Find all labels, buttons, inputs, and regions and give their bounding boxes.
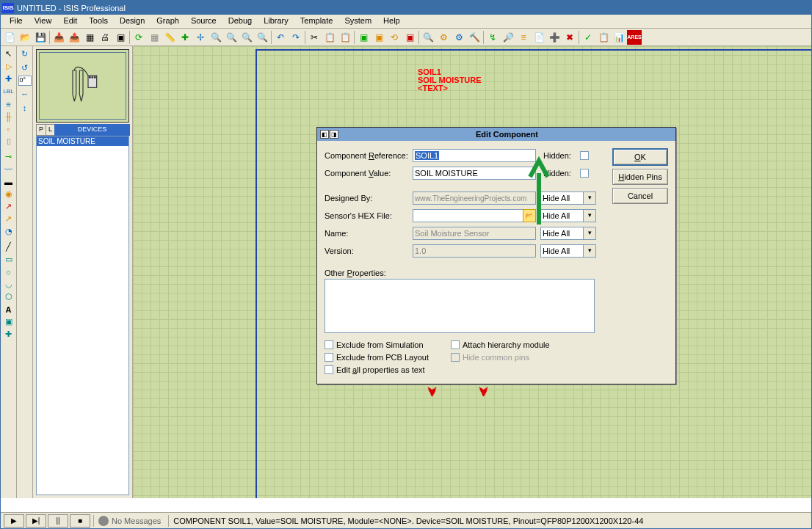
menu-view[interactable]: View: [29, 15, 58, 28]
mark-icon[interactable]: ▣: [113, 30, 128, 45]
symbol-mode-icon[interactable]: ▣: [1, 315, 16, 328]
menu-library[interactable]: Library: [258, 15, 294, 28]
step-button[interactable]: ▶|: [26, 514, 46, 528]
messages-status[interactable]: No Messages: [93, 515, 165, 527]
bus-mode-icon[interactable]: ╫: [1, 110, 16, 123]
circle-mode-icon[interactable]: ○: [1, 266, 16, 278]
origin-icon[interactable]: ✚: [178, 30, 192, 45]
menu-help[interactable]: Help: [377, 15, 406, 28]
cut-icon[interactable]: ✂: [307, 30, 322, 45]
stop-button[interactable]: ■: [70, 514, 90, 528]
probe-i-mode-icon[interactable]: ↗: [1, 213, 16, 225]
hex-file-field[interactable]: [413, 209, 536, 222]
comp-val-field[interactable]: SOIL MOISTURE: [413, 167, 536, 180]
menu-design[interactable]: Design: [114, 15, 151, 28]
component-mode-icon[interactable]: ▷: [1, 60, 16, 73]
refresh-icon[interactable]: ⟳: [131, 30, 146, 45]
exclude-pcb-checkbox[interactable]: [325, 353, 333, 362]
menu-debug[interactable]: Debug: [222, 15, 258, 28]
marker-mode-icon[interactable]: ✚: [1, 328, 16, 340]
block-move-icon[interactable]: ▣: [371, 30, 386, 45]
menu-graph[interactable]: Graph: [151, 15, 185, 28]
zoom-all-icon[interactable]: 🔍: [239, 30, 254, 45]
export-icon[interactable]: 📤: [67, 30, 81, 45]
selection-mode-icon[interactable]: ↖: [1, 48, 16, 60]
print-icon[interactable]: 🖨: [98, 30, 112, 45]
name-visibility[interactable]: Hide All: [540, 227, 596, 240]
junction-mode-icon[interactable]: ✚: [1, 73, 16, 85]
redo-icon[interactable]: ↷: [289, 30, 303, 45]
device-list-item[interactable]: SOIL MOISTURE: [37, 136, 128, 146]
label-mode-icon[interactable]: LBL: [1, 85, 16, 98]
other-props-textarea[interactable]: [325, 279, 595, 333]
make-device-icon[interactable]: ⚙: [436, 30, 451, 45]
rotation-angle[interactable]: 0°: [18, 76, 32, 86]
dialog-dock-right-icon[interactable]: ◨: [330, 130, 338, 139]
new-sheet-icon[interactable]: 📄: [532, 30, 546, 45]
script-mode-icon[interactable]: ≡: [1, 98, 16, 110]
path-mode-icon[interactable]: ⬡: [1, 291, 16, 303]
rotate-cw-icon[interactable]: ↻: [18, 48, 32, 60]
rotate-ccw-icon[interactable]: ↺: [18, 62, 32, 74]
import-icon[interactable]: 📥: [51, 30, 66, 45]
bom-icon[interactable]: 📊: [612, 30, 626, 45]
flip-h-icon[interactable]: ↔: [18, 87, 32, 100]
comp-ref-field[interactable]: SOIL1: [413, 149, 536, 162]
ares-icon[interactable]: ARES: [627, 30, 642, 45]
menu-system[interactable]: System: [338, 15, 377, 28]
line-mode-icon[interactable]: ╱: [1, 241, 16, 253]
open-icon[interactable]: 📂: [18, 30, 32, 45]
ruler-icon[interactable]: 📏: [162, 30, 177, 45]
dialog-titlebar[interactable]: ◧ ◨ Edit Component: [317, 128, 675, 141]
hidden-ref-checkbox[interactable]: [580, 151, 589, 160]
block-rotate-icon[interactable]: ⟲: [387, 30, 402, 45]
pause-button[interactable]: ||: [48, 514, 68, 528]
attach-hier-checkbox[interactable]: [451, 340, 460, 349]
zoom-out-icon[interactable]: 🔍: [224, 30, 239, 45]
component-label[interactable]: SOIL1 SOIL MOISTURE <TEXT>: [418, 68, 482, 92]
exclude-sim-checkbox[interactable]: [325, 340, 333, 349]
save-icon[interactable]: 💾: [33, 30, 48, 45]
block-delete-icon[interactable]: ▣: [402, 30, 417, 45]
hidden-val-checkbox[interactable]: [580, 169, 589, 178]
decompose-icon[interactable]: 🔨: [467, 30, 482, 45]
print-area-icon[interactable]: ▦: [82, 30, 97, 45]
menu-file[interactable]: File: [4, 15, 29, 28]
zoom-in-icon[interactable]: 🔍: [209, 30, 223, 45]
instrument-mode-icon[interactable]: ◔: [1, 225, 16, 238]
property-icon[interactable]: ≡: [516, 30, 531, 45]
flip-v-icon[interactable]: ↕: [18, 101, 32, 114]
tab-p[interactable]: P: [36, 124, 46, 136]
new-icon[interactable]: 📄: [2, 30, 17, 45]
arc-mode-icon[interactable]: ◡: [1, 278, 16, 291]
wire-auto-icon[interactable]: ↯: [485, 30, 500, 45]
dialog-dock-left-icon[interactable]: ◧: [320, 130, 329, 139]
pick-icon[interactable]: 🔍: [421, 30, 435, 45]
ok-button[interactable]: OK: [612, 148, 668, 166]
graph-mode-icon[interactable]: 〰: [1, 163, 16, 175]
menu-edit[interactable]: Edit: [57, 15, 83, 28]
menu-template[interactable]: Template: [294, 15, 339, 28]
zoom-area-icon[interactable]: 🔍: [255, 30, 269, 45]
play-button[interactable]: ▶: [4, 514, 24, 528]
cancel-button[interactable]: Cancel: [612, 188, 668, 204]
version-visibility[interactable]: Hide All: [540, 244, 596, 258]
box-mode-icon[interactable]: ▭: [1, 253, 16, 266]
pin-mode-icon[interactable]: ⊸: [1, 150, 16, 163]
pan-icon[interactable]: ✢: [193, 30, 208, 45]
subcircuit-mode-icon[interactable]: ▫: [1, 123, 16, 135]
probe-v-mode-icon[interactable]: ↗: [1, 200, 16, 213]
tab-devices[interactable]: DEVICES: [54, 124, 130, 136]
voltage-probe-icon[interactable]: ⮟: [479, 386, 489, 398]
grid-icon[interactable]: ▦: [147, 30, 162, 45]
menu-source[interactable]: Source: [185, 15, 222, 28]
search-icon[interactable]: 🔎: [501, 30, 515, 45]
text-mode-icon[interactable]: A: [1, 303, 16, 315]
edit-all-checkbox[interactable]: [325, 365, 333, 374]
package-icon[interactable]: ⚙: [452, 30, 466, 45]
device-list[interactable]: SOIL MOISTURE: [36, 136, 129, 495]
generator-mode-icon[interactable]: ◉: [1, 188, 16, 200]
erc-icon[interactable]: ✓: [581, 30, 595, 45]
voltage-probe-icon[interactable]: ⮟: [427, 386, 438, 398]
paste-icon[interactable]: 📋: [338, 30, 352, 45]
